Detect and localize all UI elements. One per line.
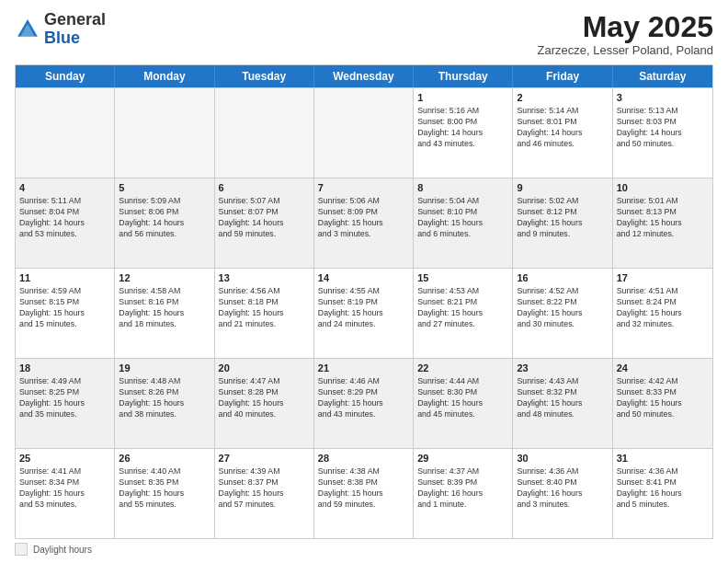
calendar-cell-0-1 [115,88,214,178]
weekday-header-saturday: Saturday [613,65,712,87]
cell-text: Sunrise: 4:58 AM Sunset: 8:16 PM Dayligh… [119,286,210,330]
calendar: SundayMondayTuesdayWednesdayThursdayFrid… [15,64,713,539]
day-number: 7 [318,181,409,195]
cell-text: Sunrise: 5:16 AM Sunset: 8:00 PM Dayligh… [417,106,508,150]
day-number: 8 [417,181,508,195]
day-number: 14 [318,271,409,285]
weekday-header-tuesday: Tuesday [215,65,314,87]
calendar-cell-3-1: 19Sunrise: 4:48 AM Sunset: 8:26 PM Dayli… [115,359,214,448]
day-number: 15 [417,271,508,285]
calendar-cell-1-0: 4Sunrise: 5:11 AM Sunset: 8:04 PM Daylig… [16,178,115,268]
calendar-header: SundayMondayTuesdayWednesdayThursdayFrid… [16,65,712,87]
footer: Daylight hours [15,539,713,556]
cell-text: Sunrise: 4:36 AM Sunset: 8:40 PM Dayligh… [517,466,608,511]
day-number: 26 [119,452,210,465]
calendar-row-1: 4Sunrise: 5:11 AM Sunset: 8:04 PM Daylig… [16,178,712,268]
cell-text: Sunrise: 5:09 AM Sunset: 8:06 PM Dayligh… [119,196,210,240]
calendar-cell-0-6: 3Sunrise: 5:13 AM Sunset: 8:03 PM Daylig… [613,88,712,178]
shaded-box [15,543,28,556]
cell-text: Sunrise: 4:39 AM Sunset: 8:37 PM Dayligh… [219,466,310,511]
calendar-cell-4-2: 27Sunrise: 4:39 AM Sunset: 8:37 PM Dayli… [215,449,314,538]
location-subtitle: Zarzecze, Lesser Poland, Poland [538,43,714,57]
day-number: 29 [417,452,508,465]
day-number: 4 [19,181,110,195]
cell-text: Sunrise: 4:44 AM Sunset: 8:30 PM Dayligh… [417,376,508,420]
calendar-cell-1-5: 9Sunrise: 5:02 AM Sunset: 8:12 PM Daylig… [513,178,612,268]
day-number: 9 [517,181,608,195]
cell-text: Sunrise: 4:55 AM Sunset: 8:19 PM Dayligh… [318,286,409,330]
cell-text: Sunrise: 5:01 AM Sunset: 8:13 PM Dayligh… [617,196,709,240]
footer-label: Daylight hours [33,545,92,555]
logo: General Blue [15,11,106,48]
calendar-cell-3-2: 20Sunrise: 4:47 AM Sunset: 8:28 PM Dayli… [215,359,314,448]
weekday-header-monday: Monday [115,65,214,87]
calendar-cell-0-4: 1Sunrise: 5:16 AM Sunset: 8:00 PM Daylig… [414,88,513,178]
calendar-cell-3-3: 21Sunrise: 4:46 AM Sunset: 8:29 PM Dayli… [314,359,414,448]
day-number: 28 [318,452,409,465]
cell-text: Sunrise: 4:40 AM Sunset: 8:35 PM Dayligh… [119,466,210,511]
calendar-cell-2-1: 12Sunrise: 4:58 AM Sunset: 8:16 PM Dayli… [115,269,214,358]
calendar-cell-0-2 [215,88,314,178]
weekday-header-sunday: Sunday [16,65,115,87]
cell-text: Sunrise: 4:47 AM Sunset: 8:28 PM Dayligh… [219,376,310,420]
calendar-cell-4-5: 30Sunrise: 4:36 AM Sunset: 8:40 PM Dayli… [513,449,612,538]
cell-text: Sunrise: 5:06 AM Sunset: 8:09 PM Dayligh… [318,196,409,240]
calendar-cell-3-5: 23Sunrise: 4:43 AM Sunset: 8:32 PM Dayli… [513,359,612,448]
day-number: 20 [219,362,310,375]
calendar-cell-4-3: 28Sunrise: 4:38 AM Sunset: 8:38 PM Dayli… [314,449,414,538]
calendar-row-0: 1Sunrise: 5:16 AM Sunset: 8:00 PM Daylig… [16,87,712,178]
cell-text: Sunrise: 4:43 AM Sunset: 8:32 PM Dayligh… [517,376,608,420]
cell-text: Sunrise: 5:13 AM Sunset: 8:03 PM Dayligh… [617,106,709,150]
calendar-cell-2-3: 14Sunrise: 4:55 AM Sunset: 8:19 PM Dayli… [314,269,414,358]
day-number: 23 [517,362,608,375]
cell-text: Sunrise: 4:46 AM Sunset: 8:29 PM Dayligh… [318,376,409,420]
cell-text: Sunrise: 4:56 AM Sunset: 8:18 PM Dayligh… [219,286,310,330]
day-number: 18 [19,362,110,375]
month-title: May 2025 [538,11,714,43]
calendar-row-3: 18Sunrise: 4:49 AM Sunset: 8:25 PM Dayli… [16,358,712,448]
cell-text: Sunrise: 4:51 AM Sunset: 8:24 PM Dayligh… [617,286,709,330]
day-number: 11 [19,271,110,285]
calendar-cell-2-0: 11Sunrise: 4:59 AM Sunset: 8:15 PM Dayli… [16,269,115,358]
calendar-cell-1-1: 5Sunrise: 5:09 AM Sunset: 8:06 PM Daylig… [115,178,214,268]
cell-text: Sunrise: 5:04 AM Sunset: 8:10 PM Dayligh… [417,196,508,240]
day-number: 12 [119,271,210,285]
calendar-row-2: 11Sunrise: 4:59 AM Sunset: 8:15 PM Dayli… [16,268,712,358]
calendar-cell-2-5: 16Sunrise: 4:52 AM Sunset: 8:22 PM Dayli… [513,269,612,358]
cell-text: Sunrise: 4:38 AM Sunset: 8:38 PM Dayligh… [318,466,409,511]
day-number: 17 [617,271,709,285]
cell-text: Sunrise: 4:59 AM Sunset: 8:15 PM Dayligh… [19,286,110,330]
day-number: 30 [517,452,608,465]
cell-text: Sunrise: 5:14 AM Sunset: 8:01 PM Dayligh… [517,106,608,150]
calendar-cell-4-4: 29Sunrise: 4:37 AM Sunset: 8:39 PM Dayli… [414,449,513,538]
day-number: 6 [219,181,310,195]
cell-text: Sunrise: 4:36 AM Sunset: 8:41 PM Dayligh… [617,466,709,511]
cell-text: Sunrise: 5:07 AM Sunset: 8:07 PM Dayligh… [219,196,310,240]
calendar-cell-3-6: 24Sunrise: 4:42 AM Sunset: 8:33 PM Dayli… [613,359,712,448]
cell-text: Sunrise: 4:42 AM Sunset: 8:33 PM Dayligh… [617,376,709,420]
calendar-cell-1-3: 7Sunrise: 5:06 AM Sunset: 8:09 PM Daylig… [314,178,414,268]
day-number: 3 [617,91,709,105]
calendar-cell-2-2: 13Sunrise: 4:56 AM Sunset: 8:18 PM Dayli… [215,269,314,358]
day-number: 24 [617,362,709,375]
cell-text: Sunrise: 4:52 AM Sunset: 8:22 PM Dayligh… [517,286,608,330]
calendar-row-4: 25Sunrise: 4:41 AM Sunset: 8:34 PM Dayli… [16,448,712,538]
day-number: 21 [318,362,409,375]
logo-icon [15,17,40,42]
day-number: 25 [19,452,110,465]
cell-text: Sunrise: 4:37 AM Sunset: 8:39 PM Dayligh… [417,466,508,511]
day-number: 27 [219,452,310,465]
day-number: 16 [517,271,608,285]
calendar-cell-1-6: 10Sunrise: 5:01 AM Sunset: 8:13 PM Dayli… [613,178,712,268]
calendar-cell-3-4: 22Sunrise: 4:44 AM Sunset: 8:30 PM Dayli… [414,359,513,448]
calendar-cell-3-0: 18Sunrise: 4:49 AM Sunset: 8:25 PM Dayli… [16,359,115,448]
calendar-cell-2-4: 15Sunrise: 4:53 AM Sunset: 8:21 PM Dayli… [414,269,513,358]
calendar-cell-0-5: 2Sunrise: 5:14 AM Sunset: 8:01 PM Daylig… [513,88,612,178]
day-number: 19 [119,362,210,375]
cell-text: Sunrise: 4:48 AM Sunset: 8:26 PM Dayligh… [119,376,210,420]
calendar-cell-1-4: 8Sunrise: 5:04 AM Sunset: 8:10 PM Daylig… [414,178,513,268]
calendar-cell-2-6: 17Sunrise: 4:51 AM Sunset: 8:24 PM Dayli… [613,269,712,358]
weekday-header-friday: Friday [513,65,612,87]
day-number: 5 [119,181,210,195]
calendar-body: 1Sunrise: 5:16 AM Sunset: 8:00 PM Daylig… [16,87,712,538]
